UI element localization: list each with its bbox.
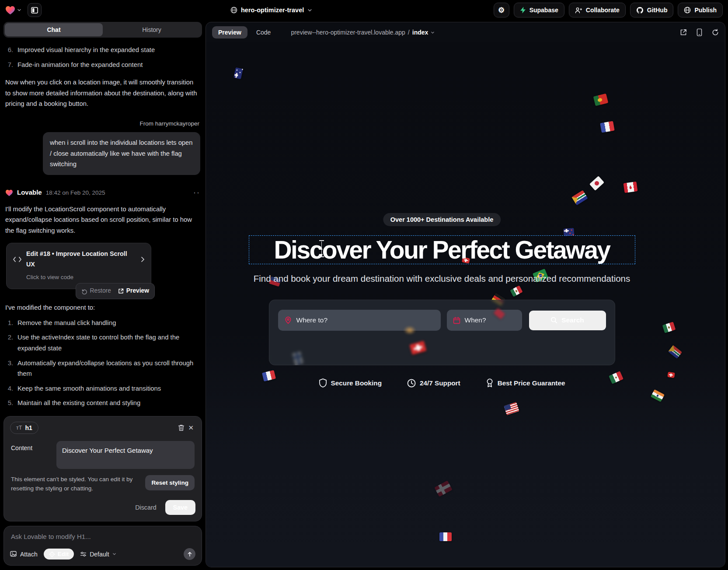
type-icon: тT — [16, 425, 22, 431]
list-item: 7.Fade-in animation for the expanded con… — [5, 59, 200, 70]
open-in-new-tab-button[interactable] — [680, 29, 687, 36]
external-link-icon — [118, 288, 124, 294]
flag-france-icon — [600, 121, 614, 133]
chat-scroll-area[interactable]: 6.Improved visual hierarchy in the expan… — [3, 38, 202, 412]
restore-button[interactable]: Restore — [81, 286, 111, 296]
edit-version-card[interactable]: Edit #18 • Improve Location Scroll UX Cl… — [6, 243, 151, 289]
github-button[interactable]: GitHub — [630, 3, 674, 17]
flag-mexico-icon — [510, 285, 522, 297]
composer-input[interactable]: Ask Lovable to modify H1... — [10, 532, 195, 548]
flag-india-icon — [651, 389, 665, 402]
mobile-view-button[interactable] — [697, 28, 702, 36]
trust-features: Secure Booking 24/7 Support — [319, 378, 565, 388]
publish-button[interactable]: Publish — [678, 3, 723, 17]
user-message-bubble: when i scroll into the individual locati… — [43, 132, 200, 175]
flag-france-icon — [439, 532, 452, 541]
feature-secure-booking: Secure Booking — [319, 378, 382, 388]
chat-sidebar: Chat History 6.Improved visual hierarchy… — [0, 20, 206, 570]
edit-card-subtitle: Click to view code — [26, 273, 145, 282]
preview-version-button[interactable]: Preview — [118, 286, 149, 296]
topbar-actions: ⚙ Supabase Collaborate GitHub — [494, 3, 723, 17]
destinations-badge: Over 1000+ Destinations Available — [383, 213, 501, 226]
edit-card-actions: Restore Preview — [76, 283, 155, 299]
flag-mexico-icon — [662, 322, 676, 333]
chevron-down-icon — [431, 31, 435, 35]
message-timestamp: 18:42 on Feb 20, 2025 — [46, 188, 105, 198]
element-tag-label: h1 — [25, 424, 32, 431]
reset-styling-button[interactable]: Reset styling — [145, 475, 195, 490]
hero-title[interactable]: Discover Your Perfect Getaway — [274, 235, 610, 264]
chat-composer: Ask Lovable to modify H1... Attach — [3, 526, 202, 566]
supabase-button[interactable]: Supabase — [514, 3, 564, 17]
chevron-down-icon — [307, 8, 312, 13]
list-item: 6.Improved visual hierarchy in the expan… — [5, 45, 200, 56]
shield-icon — [319, 378, 327, 388]
collaborate-button[interactable]: Collaborate — [569, 3, 626, 17]
delete-element-button[interactable] — [176, 423, 186, 433]
publish-globe-icon — [684, 7, 691, 14]
close-panel-button[interactable]: ✕ — [186, 422, 195, 434]
flag-southafrica-icon — [571, 190, 588, 206]
hero-subtitle: Find and book your dream destination wit… — [254, 273, 630, 284]
gear-icon: ⚙ — [498, 7, 505, 14]
url-page: index — [412, 29, 428, 36]
tab-chat[interactable]: Chat — [5, 23, 103, 36]
element-editor-panel: тT h1 ✕ Content Discover Your Perfect Ge… — [3, 416, 202, 521]
discard-button[interactable]: Discard — [135, 504, 156, 511]
url-separator: / — [408, 29, 410, 36]
send-button[interactable] — [184, 548, 195, 560]
external-link-icon — [680, 29, 687, 36]
edit-mode-button[interactable]: Edit — [44, 549, 74, 560]
lovable-app: hero-optimizer-travel ⚙ Supabase Collabo… — [0, 0, 728, 570]
assistant-list-top: 6.Improved visual hierarchy in the expan… — [5, 45, 200, 70]
attach-button[interactable]: Attach — [10, 551, 38, 558]
toggle-sidebar-button[interactable] — [28, 3, 42, 17]
list-item: 2.Use the activeIndex state to control b… — [5, 332, 200, 353]
hero-section: Over 1000+ Destinations Available Discov… — [206, 42, 678, 567]
flag-france-icon — [262, 370, 276, 381]
assistant-message-header: Lovable 18:42 on Feb 20, 2025 ·· — [5, 186, 200, 199]
list-item: 1.Remove the manual click handling — [5, 318, 200, 329]
search-button[interactable]: Search — [529, 311, 606, 330]
hero-title-selection[interactable]: Discover Your Perfect Getaway — [249, 235, 635, 264]
where-input[interactable]: Where to? — [278, 310, 441, 331]
settings-button[interactable]: ⚙ — [494, 3, 509, 17]
flag-japan-icon — [589, 176, 604, 191]
lovable-logo-menu[interactable] — [5, 6, 21, 15]
assistant-paragraph: Now when you click on a location image, … — [5, 77, 200, 109]
preview-url[interactable]: preview--hero-optimizer-travel.lovable.a… — [291, 29, 435, 36]
list-item: 5.Maintain all the existing content and … — [5, 398, 200, 409]
calendar-icon — [453, 317, 460, 324]
project-switcher[interactable]: hero-optimizer-travel — [230, 7, 312, 14]
globe-icon — [230, 7, 237, 14]
trash-icon — [178, 424, 185, 431]
list-item: 4.Keep the same smooth animations and tr… — [5, 383, 200, 394]
preview-panel: Preview Code preview--hero-optimizer-tra… — [206, 22, 725, 567]
assistant-paragraph: I've modified the component to: — [5, 302, 200, 313]
flag-aunz-icon — [233, 67, 243, 79]
assistant-paragraph: I'll modify the LocationScroll component… — [5, 204, 200, 236]
save-button[interactable]: Save — [165, 500, 195, 515]
message-menu-icon[interactable]: ·· — [193, 186, 200, 199]
content-label: Content — [11, 441, 49, 469]
refresh-button[interactable] — [712, 29, 719, 36]
flag-switzerland-icon — [667, 372, 675, 378]
lovable-heart-icon — [5, 189, 13, 196]
tab-code[interactable]: Code — [250, 26, 277, 38]
location-pin-icon — [284, 316, 292, 324]
clock-icon — [407, 379, 416, 388]
mode-selector[interactable]: Default — [80, 551, 116, 558]
when-input[interactable]: When? — [447, 310, 522, 331]
feature-best-price: Best Price Guarantee — [486, 378, 565, 388]
tab-history[interactable]: History — [103, 23, 201, 36]
chevron-right-icon — [141, 256, 145, 262]
assistant-list-bottom: 1.Remove the manual click handling 2.Use… — [5, 318, 200, 409]
flag-southafrica-icon — [668, 345, 682, 359]
tab-preview[interactable]: Preview — [212, 26, 247, 38]
flag-usa-icon — [504, 402, 519, 415]
element-tag-pill[interactable]: тT h1 — [10, 422, 38, 434]
assistant-name: Lovable — [17, 187, 42, 198]
feature-support: 24/7 Support — [407, 379, 460, 388]
search-panel: Where to? When? — [269, 300, 615, 365]
content-input[interactable]: Discover Your Perfect Getaway — [56, 441, 195, 469]
